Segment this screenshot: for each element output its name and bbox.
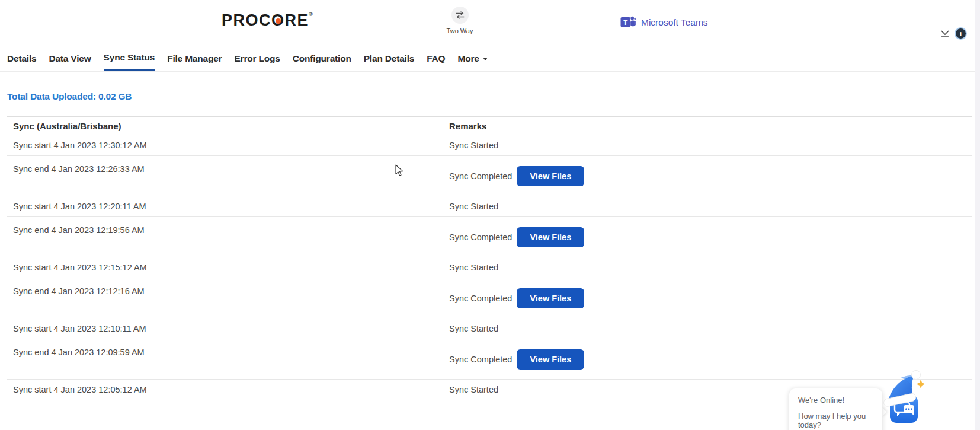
tab-data-view[interactable]: Data View — [49, 52, 91, 71]
sync-status-table: Sync (Australia/Brisbane) Remarks Sync s… — [7, 116, 972, 400]
sync-remark: Sync Started — [449, 263, 972, 272]
procore-logo-text: PROC — [222, 11, 271, 29]
two-way-sync-indicator: Two Way — [443, 7, 477, 34]
sync-remark: Sync Started — [449, 202, 972, 211]
sync-timestamp: Sync end 4 Jan 2023 12:09:59 AM — [7, 339, 449, 379]
microsoft-teams-logo: T Microsoft Teams — [620, 15, 708, 30]
tab-faq[interactable]: FAQ — [427, 52, 445, 71]
registered-mark: ® — [309, 11, 313, 17]
sync-timestamp: Sync start 4 Jan 2023 12:05:12 AM — [7, 385, 449, 394]
table-row: Sync start 4 Jan 2023 12:15:12 AM Sync S… — [7, 257, 972, 278]
caret-down-icon — [483, 58, 488, 60]
header-action-icons: i — [940, 28, 966, 39]
view-files-button[interactable]: View Files — [517, 288, 584, 308]
table-row: Sync start 4 Jan 2023 12:10:11 AM Sync S… — [7, 318, 972, 339]
two-way-label: Two Way — [443, 27, 477, 34]
two-way-icon — [451, 7, 469, 24]
procore-logo-text-2: RE — [285, 11, 309, 29]
tab-more-label: More — [457, 53, 479, 64]
tab-more[interactable]: More — [457, 52, 487, 71]
view-files-button[interactable]: View Files — [517, 166, 584, 186]
procore-orange-dot-icon — [276, 18, 281, 24]
sync-timestamp: Sync end 4 Jan 2023 12:19:56 AM — [7, 217, 449, 257]
santa-hat-icon — [883, 371, 925, 407]
sync-remark: Sync Started — [449, 324, 972, 333]
chat-tooltip[interactable]: We're Online! How may I help you today? — [789, 388, 882, 430]
chat-launcher-icon[interactable] — [883, 368, 925, 430]
table-row: Sync end 4 Jan 2023 12:12:16 AM Sync Com… — [7, 278, 972, 318]
sync-timestamp: Sync start 4 Jan 2023 12:20:11 AM — [7, 202, 449, 211]
table-row: Sync end 4 Jan 2023 12:09:59 AM Sync Com… — [7, 339, 972, 380]
sync-remark: Sync Completed — [449, 171, 512, 181]
collapse-icon[interactable] — [940, 29, 950, 39]
view-files-button[interactable]: View Files — [517, 227, 584, 247]
table-row: Sync end 4 Jan 2023 12:26:33 AM Sync Com… — [7, 156, 972, 196]
tab-details[interactable]: Details — [7, 52, 36, 71]
procore-logo-o: O — [271, 11, 285, 30]
tab-configuration[interactable]: Configuration — [293, 52, 351, 71]
star-icon — [917, 380, 925, 388]
sync-remark: Sync Started — [449, 141, 972, 150]
table-row: Sync start 4 Jan 2023 12:20:11 AM Sync S… — [7, 196, 972, 217]
teams-icon: T — [620, 15, 636, 30]
sync-remark: Sync Completed — [449, 355, 512, 364]
column-header-sync: Sync (Australia/Brisbane) — [7, 121, 449, 131]
chat-online-status: We're Online! — [798, 396, 873, 404]
sync-timestamp: Sync end 4 Jan 2023 12:26:33 AM — [7, 156, 449, 196]
sync-timestamp: Sync start 4 Jan 2023 12:10:11 AM — [7, 324, 449, 333]
tab-bar: Details Data View Sync Status File Manag… — [7, 52, 488, 71]
procore-logo: PROCORE® — [222, 11, 313, 30]
sync-timestamp: Sync start 4 Jan 2023 12:30:12 AM — [7, 141, 449, 150]
vertical-scrollbar[interactable] — [975, 0, 980, 430]
info-icon[interactable]: i — [956, 28, 966, 39]
teams-label: Microsoft Teams — [641, 17, 708, 28]
sync-remark: Sync Completed — [449, 294, 512, 303]
sync-status-page: { "header": { "logo": { "part1": "PROC",… — [0, 0, 980, 430]
sync-remark: Sync Completed — [449, 232, 512, 242]
table-row: Sync end 4 Jan 2023 12:19:56 AM Sync Com… — [7, 217, 972, 257]
svg-text:T: T — [623, 19, 627, 26]
tab-file-manager[interactable]: File Manager — [167, 52, 222, 71]
tab-error-logs[interactable]: Error Logs — [234, 52, 280, 71]
tabs-divider — [0, 71, 975, 72]
tab-plan-details[interactable]: Plan Details — [364, 52, 414, 71]
sync-timestamp: Sync start 4 Jan 2023 12:15:12 AM — [7, 263, 449, 272]
column-header-remarks: Remarks — [449, 121, 972, 131]
sync-timestamp: Sync end 4 Jan 2023 12:12:16 AM — [7, 278, 449, 318]
tab-sync-status[interactable]: Sync Status — [104, 52, 155, 71]
view-files-button[interactable]: View Files — [517, 349, 584, 370]
table-row: Sync start 4 Jan 2023 12:30:12 AM Sync S… — [7, 135, 972, 156]
table-header-row: Sync (Australia/Brisbane) Remarks — [7, 117, 972, 135]
total-data-uploaded: Total Data Uploaded: 0.02 GB — [7, 91, 132, 102]
chat-prompt: How may I help you today? — [798, 412, 873, 429]
